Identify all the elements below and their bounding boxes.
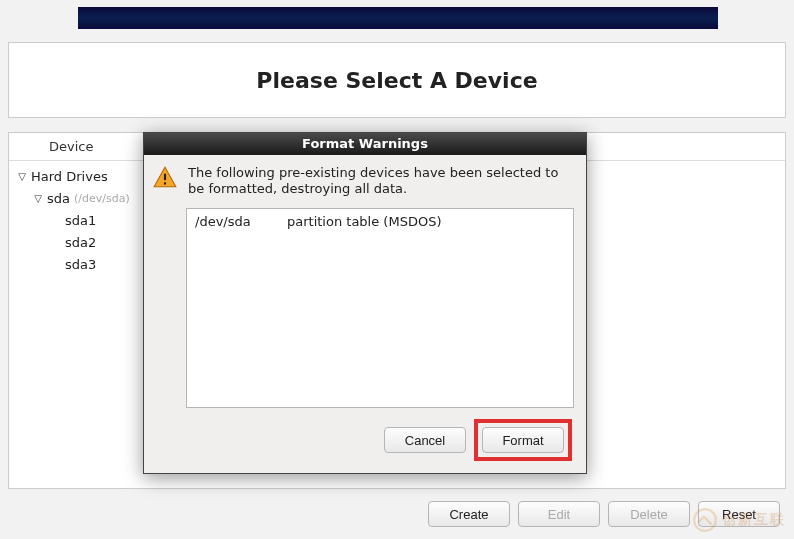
column-device[interactable]: Device bbox=[9, 139, 133, 154]
title-panel: Please Select A Device bbox=[8, 42, 786, 118]
list-item-desc: partition table (MSDOS) bbox=[287, 214, 441, 229]
tree-partition[interactable]: sda1 bbox=[15, 209, 130, 231]
tree-partition-label: sda2 bbox=[63, 235, 96, 250]
tree-partition-label: sda1 bbox=[63, 213, 96, 228]
tree-disk-label: sda bbox=[45, 191, 70, 206]
tree-root[interactable]: ▽ Hard Drives bbox=[15, 165, 130, 187]
tree-partition[interactable]: sda3 bbox=[15, 253, 130, 275]
list-item-device: /dev/sda bbox=[195, 214, 287, 229]
format-button-highlight: Format bbox=[474, 419, 572, 461]
delete-button: Delete bbox=[608, 501, 690, 527]
tree-root-label: Hard Drives bbox=[29, 169, 108, 184]
svg-rect-1 bbox=[164, 182, 166, 184]
list-item: /dev/sda partition table (MSDOS) bbox=[195, 214, 565, 229]
tree-disk[interactable]: ▽ sda (/dev/sda) bbox=[15, 187, 130, 209]
top-banner bbox=[78, 7, 718, 29]
svg-rect-0 bbox=[164, 174, 166, 181]
warning-icon bbox=[152, 165, 180, 198]
dialog-actions: Cancel Format bbox=[384, 419, 572, 461]
devices-to-format-list: /dev/sda partition table (MSDOS) bbox=[186, 208, 574, 408]
reset-button[interactable]: Reset bbox=[698, 501, 780, 527]
tree-partition[interactable]: sda2 bbox=[15, 231, 130, 253]
create-button[interactable]: Create bbox=[428, 501, 510, 527]
footer-actions: Create Edit Delete Reset bbox=[428, 501, 780, 527]
device-tree: ▽ Hard Drives ▽ sda (/dev/sda) sda1 sda2… bbox=[15, 165, 130, 275]
page-title: Please Select A Device bbox=[256, 68, 537, 93]
tree-partition-label: sda3 bbox=[63, 257, 96, 272]
edit-button: Edit bbox=[518, 501, 600, 527]
format-warning-dialog: Format Warnings The following pre-existi… bbox=[143, 132, 587, 474]
cancel-button[interactable]: Cancel bbox=[384, 427, 466, 453]
expand-arrow-icon[interactable]: ▽ bbox=[15, 171, 29, 182]
expand-arrow-icon[interactable]: ▽ bbox=[31, 193, 45, 204]
dialog-message: The following pre-existing devices have … bbox=[188, 165, 574, 198]
tree-disk-path: (/dev/sda) bbox=[74, 192, 130, 205]
format-button[interactable]: Format bbox=[482, 427, 564, 453]
dialog-body: The following pre-existing devices have … bbox=[144, 155, 586, 208]
dialog-title: Format Warnings bbox=[144, 133, 586, 155]
